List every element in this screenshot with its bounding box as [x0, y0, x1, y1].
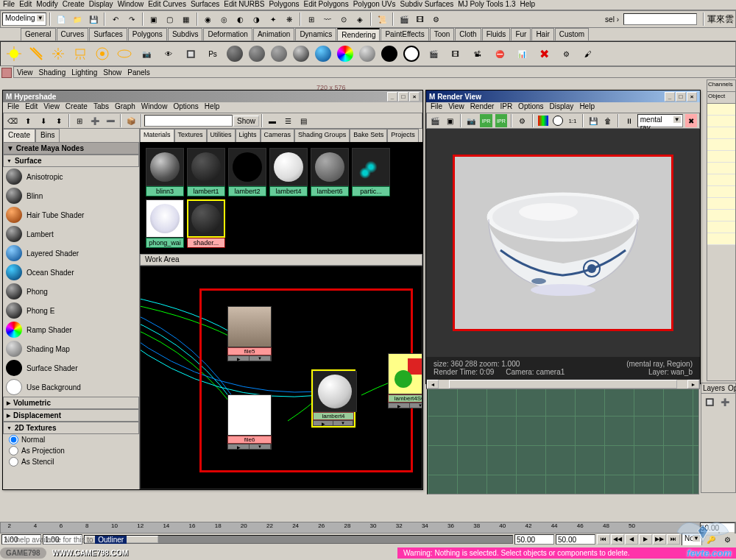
mtab-shadinggroups[interactable]: Shading Groups — [294, 129, 350, 142]
render-frame-icon[interactable]: 🎬 — [423, 43, 444, 64]
material-phong_wai[interactable]: phong_wai — [146, 199, 184, 248]
perspective-viewport[interactable] — [427, 386, 699, 495]
shelf-tab-fluids[interactable]: Fluids — [482, 28, 511, 40]
shelf-tab-deformation[interactable]: Deformation — [203, 28, 252, 40]
m5-icon[interactable] — [313, 43, 333, 64]
shader-layered[interactable]: Layered Shader — [3, 244, 139, 263]
m8-icon[interactable] — [379, 43, 400, 64]
mtab-utilities[interactable]: Utilities — [207, 129, 236, 142]
hs-toggle2-icon[interactable]: ☰ — [280, 113, 295, 128]
channel-row[interactable] — [707, 104, 735, 116]
batch-render-icon[interactable]: 📽 — [467, 43, 488, 64]
stepfwd-icon[interactable]: ▶▶ — [653, 534, 666, 545]
hs-toggle1-icon[interactable]: ▬ — [265, 113, 280, 128]
hs-menu-file[interactable]: File — [7, 102, 19, 113]
material-partic...[interactable]: partic... — [352, 148, 390, 196]
close-icon[interactable]: × — [687, 92, 697, 102]
hs-container-icon[interactable]: 📦 — [124, 113, 138, 128]
cancel-batch-icon[interactable]: ⛔ — [489, 43, 510, 64]
channel-row[interactable] — [707, 174, 735, 186]
menu-display[interactable]: Display — [89, 0, 113, 10]
shelf-tab-animation[interactable]: Animation — [253, 28, 294, 40]
mtab-lights[interactable]: Lights — [236, 129, 261, 142]
shader-shadingmap[interactable]: Shading Map — [3, 339, 139, 358]
snap-grid-icon[interactable]: ⊞ — [304, 12, 319, 26]
menu-modify[interactable]: Modify — [36, 0, 57, 10]
shelf-tab-rendering[interactable]: Rendering — [337, 28, 380, 40]
hypershade-titlebar[interactable]: M Hypershade _□× — [3, 91, 422, 102]
menu-edit[interactable]: Edit — [19, 0, 32, 10]
shader-lambert[interactable]: Lambert — [3, 224, 139, 244]
light-area-icon[interactable] — [70, 43, 91, 64]
radio-projection[interactable]: As Projection — [3, 445, 139, 456]
menu-help[interactable]: Help — [520, 0, 536, 10]
eye-icon[interactable]: 👁 — [158, 43, 179, 64]
radio-stencil[interactable]: As Stencil — [3, 456, 139, 467]
m3-icon[interactable] — [269, 43, 289, 64]
menu-editnurbs[interactable]: Edit NURBS — [224, 0, 264, 10]
mtab-textures[interactable]: Textures — [174, 129, 207, 142]
rv-remove-image-icon[interactable]: 🗑 — [601, 113, 615, 128]
rv-1to1-button[interactable]: 1:1 — [566, 113, 578, 128]
rewind-icon[interactable]: ⏮ — [597, 534, 610, 545]
light-volume-icon[interactable] — [114, 43, 135, 64]
hs-menu-tabs[interactable]: Tabs — [93, 102, 109, 113]
hs-toggle3-icon[interactable]: ▤ — [296, 113, 311, 128]
render-canvas[interactable] — [426, 129, 700, 357]
render-icon[interactable]: 🎬 — [397, 12, 411, 26]
hs-menu-graph[interactable]: Graph — [115, 102, 135, 113]
render-globals-icon[interactable]: ⚙ — [429, 12, 444, 26]
rv-close-ipr-icon[interactable]: ✖ — [684, 113, 698, 128]
minimize-icon[interactable]: _ — [387, 92, 397, 102]
save-scene-icon[interactable]: 💾 — [86, 12, 101, 26]
channel-row[interactable] — [707, 210, 735, 221]
select-object-icon[interactable]: ▢ — [163, 12, 177, 26]
show-batch-icon[interactable]: 📊 — [512, 43, 532, 64]
hs-menu-window[interactable]: Window — [141, 102, 168, 113]
shelf-tab-painteffects[interactable]: PaintEffects — [381, 28, 428, 40]
shelf-tab-subdivs[interactable]: Subdivs — [168, 28, 203, 40]
mask4-icon[interactable]: ◑ — [250, 12, 264, 26]
rv-menu-ipr[interactable]: IPR — [500, 102, 512, 113]
undo-icon[interactable]: ↶ — [108, 12, 123, 26]
light-ambient-icon[interactable] — [92, 43, 113, 64]
hs-menu-view[interactable]: View — [43, 102, 60, 113]
ui-glyphs[interactable]: 軍來雲 — [707, 13, 734, 26]
menu-editcurves[interactable]: Edit Curves — [148, 0, 186, 10]
hs-menu-create[interactable]: Create — [66, 102, 88, 113]
camera-icon[interactable]: 📷 — [136, 43, 157, 64]
section-volumetric[interactable]: Volumetric — [3, 397, 139, 409]
mask5-icon[interactable]: ✦ — [266, 12, 280, 26]
channel-row[interactable] — [707, 186, 735, 198]
channel-row[interactable] — [707, 139, 735, 151]
snap-point-icon[interactable]: ⊙ — [336, 12, 351, 26]
layers-menu-options[interactable]: Options — [728, 384, 736, 392]
psd-icon[interactable]: Ps — [202, 43, 223, 64]
m1-icon[interactable] — [224, 43, 245, 64]
node-file6[interactable]: file6 ▶▼ — [227, 394, 272, 450]
hs-graph-up-icon[interactable]: ⬆ — [21, 113, 35, 128]
play-icon[interactable]: ▶ — [639, 534, 652, 545]
mtab-projects[interactable]: Projects — [387, 129, 419, 142]
shelf-tab-polygons[interactable]: Polygons — [128, 28, 167, 40]
mask-icon[interactable]: ◉ — [201, 12, 216, 26]
rv-alpha-icon[interactable] — [551, 113, 565, 128]
shader-surface[interactable]: Surface Shader — [3, 358, 139, 378]
section-displacement[interactable]: Displacement — [3, 409, 139, 422]
hs-rearrange-icon[interactable]: ⊞ — [72, 113, 87, 128]
render-globals2-icon[interactable]: ⚙ — [556, 43, 576, 64]
hs-clear-icon[interactable]: ⌫ — [5, 113, 20, 128]
panel-shading[interactable]: Shading — [39, 68, 66, 77]
shelf-tab-cloth[interactable]: Cloth — [455, 28, 481, 40]
shader-usebackground[interactable]: Use Background — [3, 378, 139, 397]
node-file5[interactable]: file5 ▶▼ — [227, 306, 272, 361]
hs-menu-options[interactable]: Options — [173, 102, 198, 113]
menu-polygons[interactable]: Polygons — [269, 0, 299, 10]
rv-pause-icon[interactable]: ⏸ — [622, 113, 635, 128]
section-surface[interactable]: Surface — [3, 155, 139, 167]
rv-snapshot-icon[interactable]: 📷 — [464, 113, 478, 128]
rv-ipr-icon[interactable]: IPR — [479, 113, 492, 128]
menu-subdiv[interactable]: Subdiv Surfaces — [400, 0, 453, 10]
panel-show[interactable]: Show — [103, 68, 121, 77]
layers-menu-layers[interactable]: Layers — [703, 384, 725, 392]
